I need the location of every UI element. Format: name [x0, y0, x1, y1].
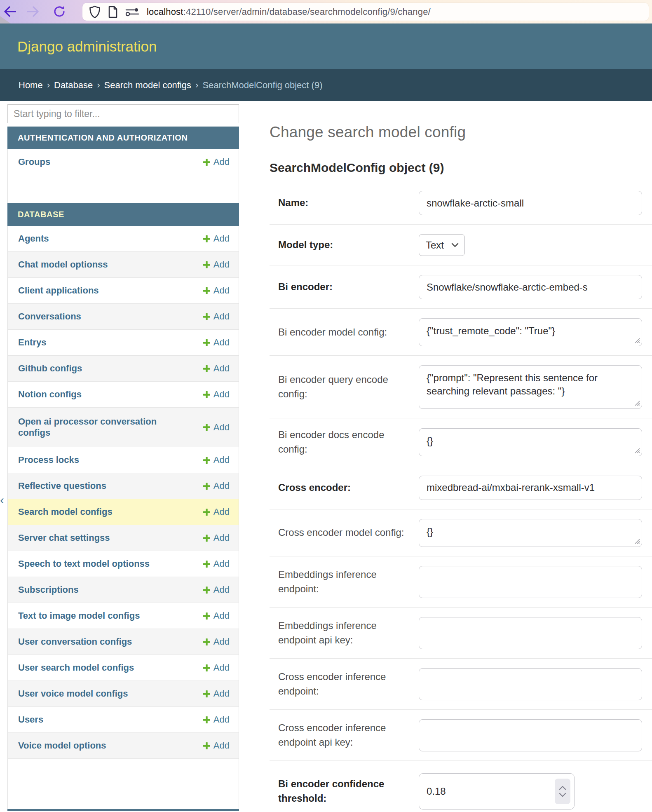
json-textarea[interactable] — [419, 519, 642, 547]
add-link[interactable]: Add — [203, 285, 230, 296]
model-link[interactable]: User voice model configs — [18, 688, 128, 699]
model-link[interactable]: Voice model options — [18, 740, 106, 751]
model-link[interactable]: Groups — [18, 157, 50, 167]
field-label: Cross encoder model config: — [270, 526, 419, 540]
page-icon[interactable] — [108, 6, 118, 18]
model-link[interactable]: Speech to text model optionss — [18, 559, 150, 569]
sidebar-item-notion-configs: Notion configsAdd — [8, 382, 239, 408]
url-text[interactable]: localhost:42110/server/admin/database/se… — [147, 7, 431, 17]
model-link[interactable]: Subscriptions — [18, 584, 79, 595]
form-row: Bi encoder confidence threshold: — [270, 761, 652, 812]
model-link[interactable]: Reflective questions — [18, 481, 106, 491]
text-input[interactable] — [419, 275, 642, 299]
add-link[interactable]: Add — [203, 422, 230, 433]
model-link[interactable]: Text to image model configs — [18, 610, 140, 621]
sidebar-item-conversations: ConversationsAdd — [8, 304, 239, 330]
number-input[interactable] — [419, 773, 575, 810]
json-textarea[interactable] — [419, 365, 642, 409]
reload-icon[interactable] — [50, 2, 68, 21]
model-link[interactable]: User search model configs — [18, 662, 134, 673]
url-bar[interactable]: localhost:42110/server/admin/database/se… — [82, 3, 649, 21]
sidebar-item-entrys: EntrysAdd — [8, 330, 239, 356]
chevron-down-icon — [451, 243, 459, 247]
sidebar-gap — [8, 759, 239, 809]
add-link[interactable]: Add — [203, 157, 230, 167]
text-input[interactable] — [419, 476, 642, 500]
add-link[interactable]: Add — [203, 507, 230, 517]
textarea-wrap — [419, 519, 642, 547]
sidebar-toggle-icon[interactable]: ‹ — [0, 493, 6, 507]
form-row: Embeddings inference endpoint api key: — [270, 608, 652, 659]
add-link[interactable]: Add — [203, 455, 230, 465]
field-label: Cross encoder: — [270, 481, 419, 495]
add-link[interactable]: Add — [203, 533, 230, 543]
add-link[interactable]: Add — [203, 584, 230, 595]
add-link[interactable]: Add — [203, 389, 230, 400]
textarea-wrap — [419, 428, 642, 456]
add-link[interactable]: Add — [203, 662, 230, 673]
model-link[interactable]: Process locks — [18, 455, 79, 465]
add-link[interactable]: Add — [203, 259, 230, 270]
model-link[interactable]: Notion configs — [18, 389, 82, 400]
model-link[interactable]: Chat model optionss — [18, 259, 108, 270]
model-link[interactable]: Users — [18, 714, 43, 725]
model-link[interactable]: Agents — [18, 233, 49, 244]
text-input[interactable] — [419, 617, 642, 649]
text-input[interactable] — [419, 191, 642, 215]
add-link[interactable]: Add — [203, 740, 230, 751]
add-label: Add — [213, 481, 230, 491]
model-link[interactable]: Search model configs — [18, 507, 113, 517]
add-label: Add — [213, 157, 230, 167]
field-control — [419, 476, 642, 500]
model-link[interactable]: Entrys — [18, 337, 46, 348]
add-link[interactable]: Add — [203, 636, 230, 647]
back-icon[interactable] — [1, 2, 19, 21]
sidebar-section-header: DATABASE — [7, 203, 239, 226]
sidebar-nav: AUTHENTICATION AND AUTHORIZATIONGroupsAd… — [7, 127, 239, 811]
model-link[interactable]: Client applications — [18, 285, 99, 296]
json-textarea[interactable] — [419, 318, 642, 346]
sidebar-section-header: AUTHENTICATION AND AUTHORIZATION — [7, 127, 239, 149]
shield-icon[interactable] — [89, 5, 101, 19]
model-link[interactable]: Server chat settingss — [18, 533, 110, 543]
add-label: Add — [213, 233, 230, 244]
add-link[interactable]: Add — [203, 233, 230, 244]
add-link[interactable]: Add — [203, 311, 230, 322]
add-link[interactable]: Add — [203, 481, 230, 491]
select-value: Text — [426, 239, 444, 251]
model-link[interactable]: Github configs — [18, 363, 82, 374]
forward-icon[interactable] — [24, 2, 42, 21]
model-link[interactable]: User conversation configs — [18, 636, 132, 647]
model-link[interactable]: Conversations — [18, 311, 81, 322]
add-link[interactable]: Add — [203, 610, 230, 621]
field-control — [419, 191, 642, 215]
breadcrumb-link[interactable]: Database — [54, 80, 93, 91]
number-stepper[interactable] — [555, 779, 570, 804]
add-link[interactable]: Add — [203, 337, 230, 348]
sidebar-item-search-model-configs: Search model configsAdd — [8, 499, 239, 525]
breadcrumb-link[interactable]: Search model configs — [104, 80, 192, 91]
model-type-select[interactable]: Text — [419, 234, 465, 256]
breadcrumb: Home›Database›Search model configs›Searc… — [0, 69, 652, 101]
add-link[interactable]: Add — [203, 688, 230, 699]
field-label: Embeddings inference endpoint: — [270, 568, 419, 596]
json-textarea[interactable] — [419, 428, 642, 456]
site-title-link[interactable]: Django administration — [17, 38, 157, 55]
text-input[interactable] — [419, 566, 642, 598]
text-input[interactable] — [419, 668, 642, 700]
breadcrumb-separator: › — [97, 80, 100, 91]
add-link[interactable]: Add — [203, 559, 230, 569]
breadcrumb-link[interactable]: Home — [19, 80, 43, 91]
form-row: Bi encoder model config: — [270, 309, 652, 356]
add-link[interactable]: Add — [203, 363, 230, 374]
textarea-wrap — [419, 365, 642, 409]
form-row: Bi encoder query encode config: — [270, 356, 652, 418]
field-control — [419, 617, 642, 649]
permissions-icon[interactable] — [125, 7, 139, 17]
sidebar-filter-input[interactable] — [7, 104, 239, 123]
add-link[interactable]: Add — [203, 714, 230, 725]
object-title: SearchModelConfig object (9) — [270, 161, 652, 175]
add-label: Add — [213, 363, 230, 374]
text-input[interactable] — [419, 719, 642, 751]
model-link[interactable]: Open ai processor conversation configs — [18, 416, 175, 438]
